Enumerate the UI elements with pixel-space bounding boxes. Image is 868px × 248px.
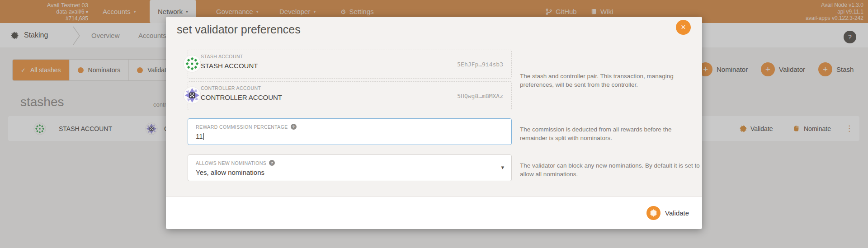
nominations-dropdown[interactable]: ALLOWS NEW NOMINATIONS ? Yes, allow nomi… bbox=[188, 154, 512, 181]
controller-account-field: CONTROLLER ACCOUNT CONTROLLER ACCOUNT 5H… bbox=[188, 81, 512, 110]
modal-footer: Validate bbox=[166, 197, 702, 229]
nominations-label: ALLOWS NEW NOMINATIONS ? bbox=[196, 160, 275, 166]
controller-address: 5HQwg8…mBMXAz bbox=[457, 93, 503, 99]
stash-field-label: STASH ACCOUNT bbox=[201, 54, 243, 59]
commission-value[interactable]: 11 bbox=[196, 132, 204, 140]
commission-input-field[interactable]: REWARD COMMISSION PERCENTAGE ? 11 bbox=[188, 118, 512, 145]
controller-identicon bbox=[183, 86, 201, 104]
set-validator-preferences-modal: set validator preferences × STASH ACCOUN… bbox=[166, 17, 702, 229]
question-badge-icon[interactable]: ? bbox=[269, 160, 275, 166]
modal-close-button[interactable]: × bbox=[676, 20, 691, 35]
help-text-commission: The commission is deducted from all rewa… bbox=[520, 125, 700, 142]
chevron-down-icon[interactable]: ▾ bbox=[501, 164, 504, 171]
stash-field-value: STASH ACCOUNT bbox=[201, 62, 258, 70]
close-icon: × bbox=[681, 23, 686, 32]
question-badge-icon[interactable]: ? bbox=[291, 124, 297, 130]
controller-field-label: CONTROLLER ACCOUNT bbox=[201, 85, 261, 91]
controller-field-value: CONTROLLER ACCOUNT bbox=[201, 94, 282, 101]
validate-burst-icon bbox=[646, 206, 660, 220]
nominations-value: Yes, allow nominations bbox=[196, 168, 264, 176]
commission-label: REWARD COMMISSION PERCENTAGE ? bbox=[196, 124, 297, 130]
modal-title: set validator preferences bbox=[177, 23, 301, 36]
stash-identicon bbox=[183, 55, 201, 73]
help-text-nominations: The validator can block any new nominati… bbox=[520, 161, 700, 178]
help-text-accounts: The stash and controller pair. This tran… bbox=[520, 72, 700, 89]
stash-account-field: STASH ACCOUNT STASH ACCOUNT 5EhJFp…9i4sb… bbox=[188, 50, 512, 79]
app-stage: Avail Testnet 03 data-avail/6 ▾ #714,685… bbox=[0, 0, 868, 248]
text-cursor bbox=[203, 133, 204, 140]
validate-submit-button[interactable]: Validate bbox=[646, 206, 689, 220]
stash-address: 5EhJFp…9i4sb3 bbox=[457, 61, 503, 68]
